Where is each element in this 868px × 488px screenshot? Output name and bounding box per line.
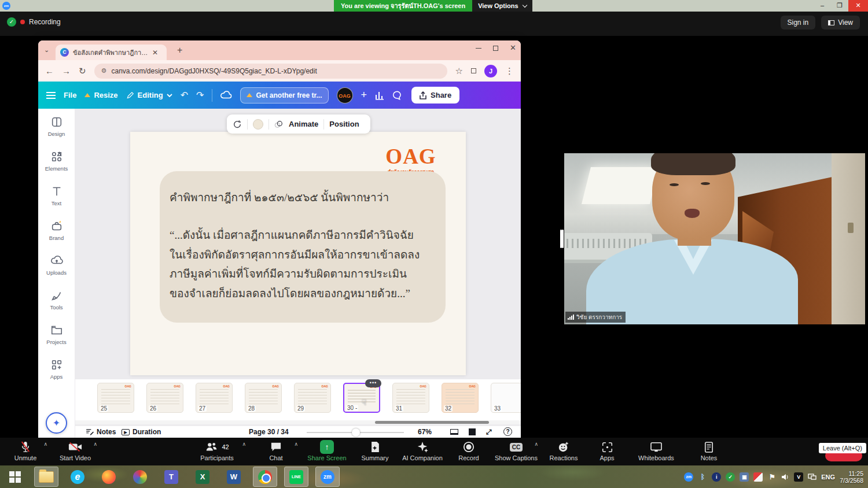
defender-shield-icon[interactable] — [753, 472, 763, 482]
back-icon[interactable]: ← — [45, 66, 54, 76]
tab-close-icon[interactable]: ✕ — [152, 49, 158, 57]
chrome-button[interactable] — [253, 467, 277, 486]
ai-companion-button[interactable]: AI Companion — [397, 440, 448, 461]
scrollbar-thumb[interactable] — [375, 421, 489, 424]
close-button[interactable]: ✕ — [848, 0, 868, 12]
slide-body-text[interactable]: “...ดังนั้น เมื่อศาลฎีกาแผนกคดีภาษีอากรม… — [170, 225, 442, 303]
present-icon[interactable] — [450, 429, 458, 435]
bookmark-star-icon[interactable]: ☆ — [455, 66, 463, 76]
internet-explorer-button[interactable]: e — [66, 467, 89, 486]
upgrade-trial-button[interactable]: Get another free tr... — [240, 87, 328, 103]
sidebar-item-apps[interactable]: Apps — [38, 352, 75, 386]
notes-button[interactable]: Notes — [86, 428, 116, 436]
file-menu[interactable]: File — [64, 91, 76, 99]
browser-menu-icon[interactable]: ⋮ — [505, 66, 514, 76]
captions-caret[interactable]: ∧ — [534, 441, 538, 447]
thumbnail-more-icon[interactable]: ••• — [365, 379, 381, 387]
thumbnail-31[interactable]: OAG 31 — [392, 383, 429, 413]
pane-resize-handle[interactable] — [560, 230, 562, 248]
rotate-icon[interactable] — [233, 120, 242, 129]
share-button[interactable]: Share — [411, 87, 459, 103]
file-explorer-button[interactable] — [35, 467, 58, 486]
thumbnail-28[interactable]: OAG 28 — [245, 383, 282, 413]
thumbnail-30-selected[interactable]: OAG ••• ☟ 30 - — [343, 383, 380, 413]
sidebar-item-projects[interactable]: Projects — [38, 317, 75, 352]
view-options-button[interactable]: View Options — [472, 0, 532, 12]
chat-caret[interactable]: ∧ — [294, 441, 298, 447]
page-indicator[interactable]: Page 30 / 34 — [249, 428, 289, 436]
forward-icon[interactable]: → — [62, 66, 71, 76]
system-clock[interactable]: 11:25 7/3/2568 — [840, 470, 863, 484]
bluetooth-icon[interactable]: ᛒ — [698, 472, 707, 482]
apps-button[interactable]: Apps — [582, 440, 632, 461]
menu-icon[interactable] — [46, 92, 56, 99]
profile-avatar[interactable]: J — [484, 65, 497, 77]
duration-button[interactable]: ▶ Duration — [122, 428, 161, 436]
unmute-button[interactable]: ∧ Unmute — [0, 440, 51, 461]
start-button[interactable] — [3, 467, 27, 486]
undo-icon[interactable]: ↶ — [181, 90, 188, 101]
app-v-icon[interactable]: V — [794, 472, 803, 482]
tray-zoom-icon[interactable]: zm — [684, 472, 693, 482]
add-member-icon[interactable]: + — [361, 89, 367, 101]
insights-chart-icon[interactable] — [375, 91, 384, 100]
team-avatar[interactable]: OAG — [337, 87, 353, 103]
thumbnail-scrollbar[interactable] — [75, 420, 521, 424]
windows-update-icon[interactable]: ▣ — [740, 472, 749, 482]
extensions-icon[interactable] — [471, 68, 476, 73]
meeting-notes-button[interactable]: Notes — [683, 440, 734, 461]
slide-title-text[interactable]: คำพิพากษาฎีกาที่ ๒๑๕๓/๒๕๖๕ นั้นพิพากษาว่… — [170, 188, 442, 206]
language-indicator[interactable]: ENG — [821, 474, 835, 480]
url-field[interactable]: ⚙ canva.com/design/DAGgdJ0HXSQ/-49S9Q5gi… — [94, 64, 447, 79]
sidebar-item-brand[interactable]: Brand — [38, 213, 75, 247]
minimize-button[interactable]: – — [814, 0, 831, 12]
show-captions-button[interactable]: CC ∧ Show Captions — [491, 440, 542, 461]
reload-icon[interactable]: ↻ — [79, 66, 86, 76]
record-button[interactable]: Record — [443, 440, 494, 461]
whiteboards-button[interactable]: Whiteboards — [631, 440, 682, 461]
browser-close-button[interactable]: ✕ — [510, 45, 516, 51]
participants-caret[interactable]: ∧ — [242, 441, 246, 447]
new-tab-button[interactable]: + — [177, 45, 182, 56]
editing-mode-menu[interactable]: Editing — [126, 91, 172, 99]
sidebar-item-design[interactable]: Design — [38, 109, 75, 143]
browser-maximize-button[interactable] — [493, 46, 498, 51]
video-options-caret[interactable]: ∧ — [93, 441, 97, 447]
redo-icon[interactable]: ↷ — [196, 90, 204, 101]
participants-button[interactable]: 42 ∧ Participants — [192, 440, 242, 461]
browser-tab[interactable]: C ข้อสังเกตคำพิพากษาฎีกา - Graph... ✕ — [56, 45, 167, 60]
participant-video[interactable]: วิชัย ตรรกวาทการ — [564, 153, 865, 324]
fullscreen-icon[interactable]: ⤢ — [486, 428, 492, 436]
maximize-button[interactable]: ❐ — [831, 0, 848, 12]
start-video-button[interactable]: ∧ Start Video — [50, 440, 101, 461]
animate-button[interactable]: Animate — [289, 120, 318, 128]
zoom-percent[interactable]: 67% — [418, 428, 432, 436]
excel-button[interactable]: X — [191, 467, 214, 486]
view-button[interactable]: View — [821, 16, 860, 29]
comments-icon[interactable] — [392, 91, 402, 100]
slide-canvas[interactable]: OAG สำนักงานอัยการสูงสุด OFFICE OF THE A… — [130, 132, 466, 375]
sidebar-item-text[interactable]: Text — [38, 178, 75, 213]
thumbnail-29[interactable]: OAG 29 — [294, 383, 331, 413]
chat-button[interactable]: ∧ Chat — [251, 440, 301, 461]
thumbnail-33[interactable]: 33 — [491, 383, 521, 413]
line-button[interactable]: LINE — [285, 467, 308, 486]
thumbnail-27[interactable]: OAG 27 — [196, 383, 233, 413]
tab-search-chevron[interactable]: ⌄ — [44, 46, 49, 54]
teams-button[interactable]: T — [160, 467, 183, 486]
help-icon[interactable]: ? — [503, 427, 512, 436]
grid-view-icon[interactable] — [469, 428, 476, 435]
zoom-slider-knob[interactable] — [352, 428, 360, 437]
color-swatch[interactable] — [253, 119, 263, 130]
position-button[interactable]: Position — [329, 120, 359, 128]
network-icon[interactable] — [808, 474, 816, 480]
speaker-icon[interactable] — [781, 474, 789, 480]
info-icon[interactable]: i — [712, 472, 721, 482]
sign-in-button[interactable]: Sign in — [781, 16, 816, 29]
thumbnail-26[interactable]: OAG 26 — [146, 383, 183, 413]
magic-assistant-button[interactable]: ✦ — [46, 412, 67, 434]
resize-menu[interactable]: Resize — [84, 91, 117, 99]
share-screen-button[interactable]: ↑ Share Screen — [301, 440, 352, 461]
zoom-taskbar-button[interactable]: zm — [316, 467, 339, 486]
mic-options-caret[interactable]: ∧ — [43, 441, 47, 447]
